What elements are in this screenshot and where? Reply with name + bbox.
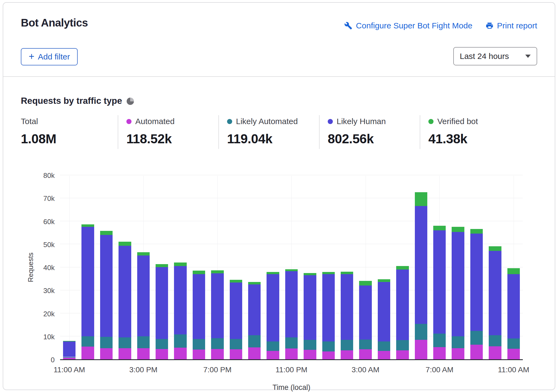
- bar-segment-verified-bot: [322, 272, 335, 274]
- bar-segment-likely-human: [230, 283, 242, 339]
- page-title: Bot Analytics: [21, 17, 88, 29]
- chart-bar: [507, 176, 520, 359]
- time-range-value: Last 24 hours: [460, 52, 509, 61]
- bar-segment-verified-bot: [470, 229, 483, 234]
- chart-bar: [378, 176, 390, 359]
- chart-bar: [248, 176, 261, 359]
- bar-segment-verified-bot: [211, 270, 224, 273]
- bar-segment-likely-human: [193, 274, 205, 339]
- y-tick-label: 50k: [29, 241, 55, 249]
- stat-likely-automated[interactable]: Likely Automated 119.04k: [218, 115, 319, 149]
- bar-segment-verified-bot: [193, 271, 205, 274]
- bar-segment-likely-automated: [174, 334, 187, 348]
- chart-bar: [100, 176, 113, 359]
- bar-segment-likely-human: [174, 266, 187, 334]
- bar-segment-likely-human: [507, 274, 520, 339]
- bar-segment-likely-automated: [248, 335, 261, 347]
- y-tick-label: 40k: [29, 264, 55, 272]
- bar-segment-automated: [285, 348, 298, 359]
- bar-segment-likely-automated: [137, 336, 150, 348]
- verified-bot-legend-dot: [428, 119, 434, 124]
- y-tick-label: 80k: [29, 171, 55, 180]
- configure-super-bot-fight-mode-link[interactable]: Configure Super Bot Fight Mode: [344, 21, 472, 30]
- y-tick-label: 30k: [29, 287, 55, 295]
- bar-segment-automated: [211, 349, 224, 359]
- stat-verified-bot[interactable]: Verified bot 41.38k: [420, 115, 520, 149]
- bar-segment-likely-human: [322, 274, 335, 341]
- bar-segment-likely-automated: [119, 337, 131, 348]
- bar-segment-verified-bot: [156, 264, 168, 267]
- stat-total[interactable]: Total 1.08M: [21, 115, 118, 149]
- bar-segment-verified-bot: [174, 263, 187, 266]
- bar-segment-likely-human: [63, 341, 76, 357]
- bar-segment-verified-bot: [452, 227, 464, 232]
- configure-link-label: Configure Super Bot Fight Mode: [356, 21, 472, 30]
- bar-segment-verified-bot: [433, 226, 446, 230]
- plot-area: [60, 176, 523, 360]
- bar-segment-verified-bot: [230, 280, 242, 283]
- section-title: Requests by traffic type: [21, 96, 122, 106]
- print-link-label: Print report: [497, 21, 537, 30]
- bar-segment-likely-human: [489, 251, 501, 335]
- bar-segment-likely-human: [137, 255, 150, 336]
- bar-segment-automated: [304, 350, 316, 359]
- x-tick-label: 11:00 AM: [484, 366, 543, 374]
- chart-bar: [470, 176, 483, 359]
- bar-segment-verified-bot: [507, 268, 520, 274]
- bar-segment-likely-automated: [470, 331, 483, 345]
- stat-likely-human[interactable]: Likely Human 802.56k: [319, 115, 420, 149]
- bar-segment-likely-automated: [267, 341, 279, 351]
- chart-bar: [81, 176, 94, 359]
- bar-segment-automated: [267, 351, 279, 359]
- bar-segment-likely-human: [211, 273, 224, 338]
- bar-segment-automated: [63, 358, 76, 359]
- bar-segment-likely-human: [304, 275, 316, 340]
- y-tick-label: 0: [29, 356, 55, 364]
- header-actions: Configure Super Bot Fight Mode Print rep…: [344, 21, 537, 30]
- bar-segment-automated: [193, 350, 205, 359]
- bot-analytics-card: Bot Analytics Configure Super Bot Fight …: [3, 2, 555, 390]
- chart-bar: [137, 176, 150, 359]
- bar-segment-automated: [100, 348, 113, 359]
- chart-bar: [452, 176, 464, 359]
- bar-segment-likely-human: [452, 232, 464, 336]
- chart-bar: [267, 176, 279, 359]
- bar-segment-likely-automated: [433, 334, 446, 347]
- wrench-icon: [344, 22, 352, 30]
- automated-legend-dot: [126, 119, 132, 124]
- chart-bar: [119, 176, 131, 359]
- time-range-select[interactable]: Last 24 hours: [453, 47, 537, 65]
- section-title-row: Requests by traffic type: [21, 96, 134, 106]
- stat-total-label: Total: [21, 117, 38, 126]
- chart-bar: [156, 176, 168, 359]
- bar-segment-likely-automated: [285, 337, 298, 348]
- stat-likely-automated-label: Likely Automated: [236, 117, 298, 126]
- chart-bar: [211, 176, 224, 359]
- y-tick-label: 20k: [29, 310, 55, 318]
- x-tick-label: 7:00 AM: [410, 366, 469, 374]
- bar-segment-likely-human: [470, 234, 483, 331]
- bar-segment-verified-bot: [304, 273, 316, 275]
- x-tick-label: 3:00 AM: [336, 366, 395, 374]
- bar-segment-automated: [378, 351, 390, 359]
- bar-segment-likely-human: [81, 227, 94, 336]
- print-report-link[interactable]: Print report: [485, 21, 537, 30]
- bar-segment-automated: [415, 340, 428, 359]
- stat-automated-label: Automated: [135, 117, 175, 126]
- bar-segment-automated: [156, 349, 168, 359]
- x-tick-label: 3:00 PM: [114, 366, 173, 374]
- add-filter-button[interactable]: + Add filter: [21, 48, 78, 65]
- stat-total-value: 1.08M: [21, 131, 118, 146]
- bar-segment-automated: [489, 346, 501, 359]
- chart-bar: [285, 176, 298, 359]
- bar-segment-automated: [452, 348, 464, 359]
- chart-bar: [193, 176, 205, 359]
- bar-segment-verified-bot: [119, 242, 131, 245]
- bar-segment-verified-bot: [378, 279, 390, 282]
- pie-chart-icon: [127, 98, 134, 105]
- x-tick-label: 11:00 AM: [40, 366, 99, 374]
- bar-segment-likely-automated: [415, 324, 428, 340]
- plus-icon: +: [29, 52, 34, 61]
- stat-automated[interactable]: Automated 118.52k: [118, 115, 218, 149]
- y-tick-label: 70k: [29, 194, 55, 203]
